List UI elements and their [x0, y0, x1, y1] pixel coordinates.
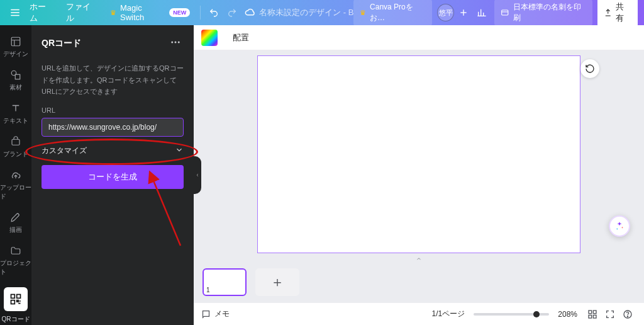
- position-label: 配置: [233, 33, 249, 42]
- upload-icon: [604, 8, 612, 17]
- divider: [200, 6, 201, 20]
- rail-qr-label: QRコード: [2, 315, 30, 324]
- cloud-upload-icon: [9, 169, 22, 181]
- rail-elements-label: 素材: [9, 83, 22, 92]
- panel-more-button[interactable]: [167, 34, 184, 52]
- hamburger-menu[interactable]: [6, 4, 23, 21]
- print-button[interactable]: 日本標準の名刺を印刷: [494, 0, 592, 26]
- folder-icon: [9, 244, 22, 257]
- text-icon: [9, 102, 22, 115]
- fullscreen-button[interactable]: [601, 305, 619, 323]
- brand-icon: [9, 135, 22, 148]
- file-label: ファイル: [66, 1, 97, 24]
- zoom-value: 208%: [558, 310, 577, 319]
- document-title-input[interactable]: [259, 8, 353, 18]
- new-badge: NEW: [169, 8, 190, 17]
- rail-projects[interactable]: プロジェクト: [0, 239, 31, 282]
- magic-switch-button[interactable]: ♛ Magic Switch NEW: [104, 1, 196, 25]
- undo-button[interactable]: [204, 3, 223, 22]
- help-button[interactable]: [619, 305, 636, 323]
- analytics-button[interactable]: [472, 3, 491, 22]
- plus-icon: ＋: [270, 273, 284, 292]
- panel-description: URLを追加して、デザインに追加するQRコードを作成します。QRコードをスキャン…: [42, 62, 184, 98]
- add-page-button[interactable]: ＋: [255, 268, 299, 296]
- rail-text-label: テキスト: [3, 117, 28, 125]
- zoom-slider[interactable]: [474, 313, 549, 316]
- svg-rect-7: [11, 37, 20, 46]
- canvas-area: 1 ＋: [194, 50, 644, 302]
- rail-design[interactable]: デザイン: [0, 30, 31, 64]
- cloud-sync-icon[interactable]: [241, 3, 259, 22]
- rail-brand-label: ブランド: [3, 150, 28, 159]
- share-button[interactable]: 共有: [597, 0, 638, 27]
- rotate-icon: [585, 64, 595, 74]
- rotate-button[interactable]: [580, 59, 599, 78]
- svg-point-23: [171, 42, 173, 43]
- file-menu[interactable]: ファイル: [60, 0, 104, 26]
- upgrade-pro-label: Canva Proをお…: [370, 2, 426, 23]
- panel-title: QRコード: [42, 38, 81, 49]
- page-thumbnails: 1 ＋: [194, 268, 299, 296]
- svg-rect-26: [589, 311, 592, 314]
- customize-accordion[interactable]: カスタマイズ: [42, 137, 184, 161]
- design-page-1[interactable]: [257, 55, 580, 253]
- chevron-down-icon: [175, 145, 184, 156]
- svg-rect-27: [593, 311, 596, 314]
- generate-code-button[interactable]: コードを生成: [42, 165, 184, 189]
- svg-rect-21: [17, 295, 21, 299]
- rail-design-label: デザイン: [3, 50, 28, 59]
- svg-point-25: [178, 42, 180, 43]
- crown-icon: ♛: [110, 9, 116, 17]
- avatar-initials: 悠平: [439, 8, 453, 18]
- redo-button[interactable]: [223, 3, 241, 22]
- notes-icon: [201, 309, 211, 319]
- print-label: 日本標準の名刺を印刷: [513, 2, 586, 23]
- background-color-button[interactable]: [201, 30, 218, 46]
- rail-text[interactable]: テキスト: [0, 97, 31, 130]
- svg-rect-10: [12, 139, 19, 145]
- shapes-icon: [9, 69, 22, 81]
- rail-projects-label: プロジェクト: [0, 259, 31, 277]
- notes-label: メモ: [214, 309, 230, 319]
- design-icon: [9, 35, 22, 48]
- grid-view-button[interactable]: [584, 305, 601, 323]
- expand-pages-handle[interactable]: [408, 254, 430, 263]
- thumbnail-page-1-num: 1: [206, 287, 210, 294]
- rail-brand[interactable]: ブランド: [0, 130, 31, 164]
- svg-rect-5: [502, 10, 508, 15]
- pen-icon: [9, 211, 22, 224]
- home-label: ホーム: [30, 1, 53, 24]
- rail-draw[interactable]: 描画: [0, 206, 31, 239]
- magic-switch-label: Magic Switch: [120, 3, 165, 22]
- upgrade-pro-button[interactable]: ♛ Canva Proをお…: [353, 0, 432, 26]
- crown-icon: ♛: [360, 9, 366, 17]
- notes-button[interactable]: メモ: [201, 309, 230, 319]
- url-field-label: URL: [42, 106, 184, 114]
- top-bar: ホーム ファイル ♛ Magic Switch NEW ♛ Canva Proを…: [0, 0, 644, 25]
- customize-label: カスタマイズ: [42, 145, 87, 156]
- url-input[interactable]: [42, 118, 184, 137]
- share-label: 共有: [616, 1, 631, 24]
- thumbnail-page-1[interactable]: 1: [203, 268, 247, 296]
- add-collaborator-button[interactable]: [454, 3, 472, 22]
- svg-rect-29: [593, 315, 596, 318]
- card-icon: [501, 8, 509, 17]
- rail-elements[interactable]: 素材: [0, 64, 31, 97]
- qr-panel: QRコード URLを追加して、デザインに追加するQRコードを作成します。QRコー…: [31, 25, 194, 325]
- svg-point-24: [175, 42, 177, 43]
- avatar[interactable]: 悠平: [437, 4, 454, 21]
- svg-rect-9: [15, 74, 20, 79]
- magic-assist-button[interactable]: [609, 215, 630, 237]
- home-menu[interactable]: ホーム: [23, 0, 60, 26]
- bottom-bar: メモ 1/1ページ 208%: [194, 302, 644, 325]
- svg-rect-20: [11, 295, 15, 299]
- zoom-slider-knob[interactable]: [533, 311, 540, 317]
- svg-rect-22: [11, 300, 15, 304]
- rail-upload-label: アップロード: [0, 183, 31, 201]
- rail-upload[interactable]: アップロード: [0, 164, 31, 206]
- side-rail: デザイン 素材 テキスト ブランド アップロード 描画 プロジェクト アプリ Q…: [0, 25, 31, 325]
- svg-rect-28: [589, 315, 592, 318]
- position-button[interactable]: 配置: [228, 30, 254, 46]
- context-toolbar: 配置: [194, 25, 644, 50]
- qr-icon: [4, 287, 28, 311]
